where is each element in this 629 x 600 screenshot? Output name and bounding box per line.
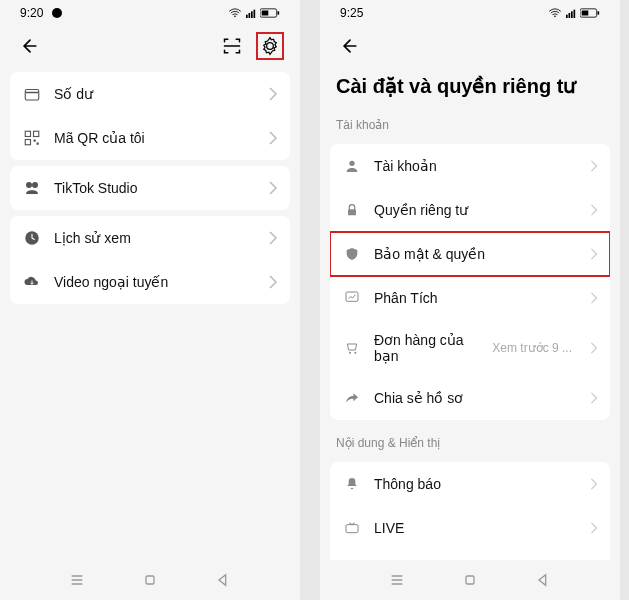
svg-rect-13 [25, 140, 30, 145]
nav-back[interactable] [533, 570, 553, 590]
svg-rect-4 [251, 11, 253, 18]
item-label: Bảo mật & quyền [374, 246, 578, 262]
section-account-label: Tài khoản [320, 108, 620, 138]
menu-offline[interactable]: Video ngoại tuyến [10, 260, 290, 304]
item-orders[interactable]: Đơn hàng của bạn Xem trước 9 ... [330, 320, 610, 376]
status-icons [228, 8, 280, 18]
item-account[interactable]: Tài khoản [330, 144, 610, 188]
time: 9:25 [340, 6, 363, 20]
nav-recent[interactable] [387, 570, 407, 590]
svg-rect-15 [37, 143, 39, 145]
svg-rect-24 [574, 10, 576, 18]
user-icon [342, 156, 362, 176]
menu-history[interactable]: Lịch sử xem [10, 216, 290, 260]
nav-recent[interactable] [67, 570, 87, 590]
svg-point-28 [349, 161, 354, 166]
header [320, 24, 620, 68]
item-extra: Xem trước 9 ... [492, 341, 572, 355]
svg-rect-5 [254, 10, 256, 18]
nav-home[interactable] [460, 570, 480, 590]
account-list: Tài khoản Quyền riêng tư Bảo mật & quyền… [330, 144, 610, 420]
gear-icon [260, 36, 280, 56]
chevron-right-icon [268, 87, 278, 101]
item-share[interactable]: Chia sẻ hồ sơ [330, 376, 610, 420]
menu-studio[interactable]: TikTok Studio [10, 166, 290, 210]
studio-icon [22, 178, 42, 198]
menu-balance[interactable]: Số dư [10, 72, 290, 116]
item-notifications[interactable]: Thông báo [330, 462, 610, 506]
svg-point-1 [234, 16, 236, 18]
chevron-right-icon [268, 181, 278, 195]
wallet-icon [22, 84, 42, 104]
chevron-right-icon [268, 231, 278, 245]
scan-button[interactable] [218, 32, 246, 60]
settings-button[interactable] [256, 32, 284, 60]
svg-rect-12 [34, 131, 39, 136]
menu-group-3: Lịch sử xem Video ngoại tuyến [10, 216, 290, 304]
svg-rect-9 [25, 90, 39, 101]
cart-icon [342, 338, 362, 358]
lock-icon [342, 200, 362, 220]
svg-point-17 [32, 182, 38, 188]
menu-label: Lịch sử xem [54, 230, 256, 246]
menu-group-2: TikTok Studio [10, 166, 290, 210]
svg-point-31 [349, 352, 351, 354]
chevron-right-icon [590, 248, 598, 260]
messenger-icon [51, 7, 63, 19]
svg-rect-2 [246, 15, 248, 18]
chevron-right-icon [590, 392, 598, 404]
time: 9:20 [20, 6, 43, 20]
svg-point-20 [554, 16, 556, 18]
menu-content: Số dư Mã QR của tôi TikTok Studio Lịch s… [0, 68, 300, 598]
svg-rect-7 [262, 11, 269, 16]
item-label: Thông báo [374, 476, 578, 492]
item-label: Phân Tích [374, 290, 578, 306]
menu-label: Mã QR của tôi [54, 130, 256, 146]
chevron-right-icon [590, 522, 598, 534]
svg-rect-19 [146, 576, 154, 584]
settings-content: Tài khoản Tài khoản Quyền riêng tư Bảo m… [320, 108, 620, 600]
svg-rect-10 [25, 92, 39, 94]
svg-point-32 [354, 352, 356, 354]
menu-qr[interactable]: Mã QR của tôi [10, 116, 290, 160]
menu-label: TikTok Studio [54, 180, 256, 196]
menu-label: Số dư [54, 86, 256, 102]
svg-rect-3 [249, 13, 251, 18]
svg-rect-14 [34, 140, 36, 142]
item-label: LIVE [374, 520, 578, 536]
item-label: Chia sẻ hồ sơ [374, 390, 578, 406]
svg-rect-26 [582, 11, 589, 16]
status-bar: 9:20 [0, 0, 300, 24]
back-button[interactable] [336, 32, 364, 60]
section-content-label: Nội dung & Hiển thị [320, 426, 620, 456]
shield-icon [342, 244, 362, 264]
right-phone: 9:25 Cài đặt và quyền riêng tư Tài khoản… [320, 0, 620, 600]
page-title: Cài đặt và quyền riêng tư [320, 68, 620, 108]
chevron-right-icon [590, 478, 598, 490]
chevron-right-icon [268, 275, 278, 289]
left-phone: 9:20 Số dư [0, 0, 300, 600]
item-security[interactable]: Bảo mật & quyền [330, 232, 610, 276]
svg-rect-8 [278, 11, 280, 14]
nav-home[interactable] [140, 570, 160, 590]
back-button[interactable] [16, 32, 44, 60]
item-label: Đơn hàng của bạn [374, 332, 480, 364]
svg-rect-29 [348, 209, 356, 215]
item-analytics[interactable]: Phân Tích [330, 276, 610, 320]
svg-rect-36 [466, 576, 474, 584]
svg-rect-33 [346, 525, 358, 533]
item-live[interactable]: LIVE [330, 506, 610, 550]
svg-rect-22 [569, 13, 571, 18]
nav-back[interactable] [213, 570, 233, 590]
chevron-right-icon [590, 342, 598, 354]
nav-bar [0, 560, 300, 600]
svg-point-0 [52, 8, 62, 18]
clock-icon [22, 228, 42, 248]
svg-rect-30 [346, 292, 358, 301]
svg-rect-23 [571, 11, 573, 18]
item-privacy[interactable]: Quyền riêng tư [330, 188, 610, 232]
menu-group-1: Số dư Mã QR của tôi [10, 72, 290, 160]
item-label: Quyền riêng tư [374, 202, 578, 218]
menu-label: Video ngoại tuyến [54, 274, 256, 290]
chevron-right-icon [590, 204, 598, 216]
